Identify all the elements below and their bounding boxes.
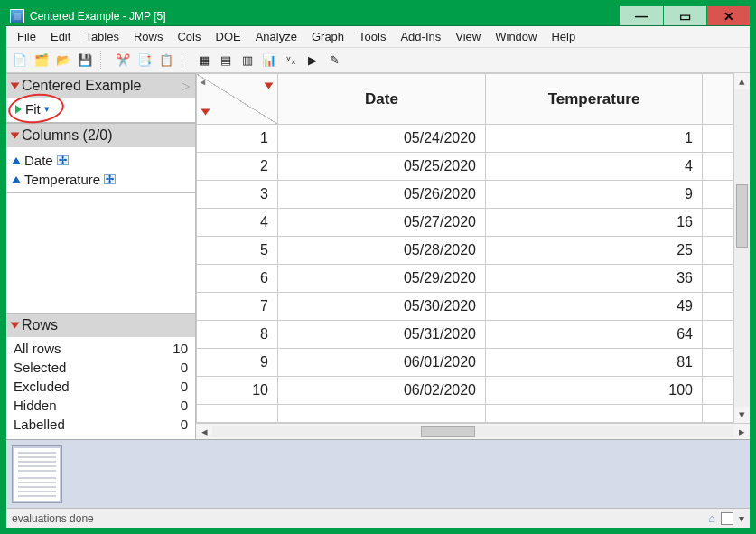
cell-temperature[interactable]: 36 bbox=[486, 265, 703, 293]
scroll-down-icon[interactable]: ▾ bbox=[734, 407, 750, 423]
tool-open-icon[interactable]: 📂 bbox=[53, 51, 73, 70]
tool-summary-icon[interactable]: ▤ bbox=[216, 51, 236, 70]
hotspot-icon[interactable] bbox=[11, 83, 20, 89]
menu-tools[interactable]: Tools bbox=[353, 28, 391, 45]
report-thumbnail[interactable] bbox=[12, 445, 62, 503]
menu-analyze[interactable]: Analyze bbox=[250, 28, 303, 45]
cell-date[interactable]: 05/31/2020 bbox=[278, 321, 486, 349]
cell-temperature[interactable]: 25 bbox=[486, 237, 703, 265]
cell-temperature[interactable]: 4 bbox=[486, 153, 703, 181]
cell-date[interactable]: 05/28/2020 bbox=[278, 237, 486, 265]
row-number[interactable]: 6 bbox=[197, 265, 278, 293]
cell-temperature[interactable]: 49 bbox=[486, 293, 703, 321]
menu-edit[interactable]: Edit bbox=[45, 28, 76, 45]
cell-temperature[interactable]: 16 bbox=[486, 209, 703, 237]
menu-addins[interactable]: Add-Ins bbox=[395, 28, 446, 45]
cell-temperature[interactable]: 64 bbox=[486, 321, 703, 349]
row-number[interactable]: 3 bbox=[197, 181, 278, 209]
table-row[interactable]: 605/29/202036 bbox=[197, 265, 733, 293]
menu-file[interactable]: File bbox=[12, 28, 42, 45]
maximize-button[interactable]: ▭ bbox=[663, 6, 706, 25]
data-grid[interactable]: ◂ Date Temperature 105/24/2020120 bbox=[196, 73, 733, 423]
cell-date[interactable]: 06/02/2020 bbox=[278, 377, 486, 405]
row-number[interactable]: 7 bbox=[197, 293, 278, 321]
table-row[interactable]: 705/30/202049 bbox=[197, 293, 733, 321]
run-script-icon[interactable] bbox=[15, 105, 22, 114]
status-toggle-button[interactable] bbox=[721, 512, 733, 525]
tool-grid-icon[interactable]: ▥ bbox=[238, 51, 257, 70]
table-row[interactable]: 105/24/20201 bbox=[197, 125, 733, 153]
tool-new-project-icon[interactable]: 🗂️ bbox=[32, 51, 51, 70]
table-script-row[interactable]: Fit ▾ bbox=[6, 98, 195, 122]
columns-header[interactable]: Columns (2/0) bbox=[6, 124, 195, 147]
menu-rows[interactable]: Rows bbox=[128, 28, 169, 45]
corner-rows-hotspot-icon[interactable] bbox=[202, 103, 209, 121]
table-row[interactable]: 305/26/20209 bbox=[197, 181, 733, 209]
title-bar[interactable]: Centered Example - JMP [5] — ▭ ✕ bbox=[6, 6, 750, 25]
menu-help[interactable]: Help bbox=[546, 28, 581, 45]
rows-selected[interactable]: Selected0 bbox=[12, 358, 190, 377]
table-row[interactable]: 906/01/202081 bbox=[197, 349, 733, 377]
cell-temperature[interactable]: 1 bbox=[486, 125, 703, 153]
corner-cols-icon[interactable]: ◂ bbox=[201, 77, 205, 87]
scroll-thumb[interactable] bbox=[736, 184, 748, 248]
tool-edit-icon[interactable]: ✎ bbox=[324, 51, 344, 70]
table-row[interactable]: 805/31/202064 bbox=[197, 321, 733, 349]
corner-hotspot-icon[interactable] bbox=[266, 77, 272, 95]
scroll-left-icon[interactable]: ◂ bbox=[196, 425, 212, 438]
table-row[interactable]: 1006/02/2020100 bbox=[197, 377, 733, 405]
column-property-icon[interactable]: ✢ bbox=[57, 155, 69, 165]
table-row[interactable]: 205/25/20204 bbox=[197, 153, 733, 181]
row-number[interactable]: 9 bbox=[197, 349, 278, 377]
minimize-button[interactable]: — bbox=[620, 6, 663, 25]
hotspot-icon[interactable] bbox=[11, 323, 20, 329]
column-item[interactable]: Temperature ✢ bbox=[12, 170, 190, 189]
row-number[interactable]: 1 bbox=[197, 125, 278, 153]
menu-doe[interactable]: DOE bbox=[210, 28, 246, 45]
home-icon[interactable]: ⌂ bbox=[708, 511, 715, 525]
tool-fit-yx-icon[interactable]: ʸₓ bbox=[281, 51, 301, 70]
col-header-temperature[interactable]: Temperature bbox=[486, 74, 703, 125]
cell-date[interactable]: 05/29/2020 bbox=[278, 265, 486, 293]
vertical-scrollbar[interactable]: ▴ ▾ bbox=[733, 73, 750, 423]
row-number[interactable]: 5 bbox=[197, 237, 278, 265]
column-item[interactable]: Date ✢ bbox=[12, 151, 190, 170]
tool-graph-builder-icon[interactable]: ▶ bbox=[303, 51, 322, 70]
cell-temperature[interactable]: 81 bbox=[486, 349, 703, 377]
row-number[interactable]: 2 bbox=[197, 153, 278, 181]
cell-date[interactable]: 05/27/2020 bbox=[278, 209, 486, 237]
status-menu-icon[interactable]: ▾ bbox=[739, 512, 744, 525]
cell-date[interactable]: 05/30/2020 bbox=[278, 293, 486, 321]
rows-labelled[interactable]: Labelled0 bbox=[12, 415, 190, 434]
row-number[interactable]: 10 bbox=[197, 377, 278, 405]
cell-temperature[interactable]: 100 bbox=[486, 377, 703, 405]
scroll-thumb[interactable] bbox=[421, 426, 475, 437]
cell-temperature[interactable]: 9 bbox=[486, 181, 703, 209]
menu-view[interactable]: View bbox=[450, 28, 486, 45]
menu-window[interactable]: Window bbox=[490, 28, 542, 45]
rows-header[interactable]: Rows bbox=[6, 314, 195, 337]
scroll-track[interactable] bbox=[734, 89, 750, 407]
panel-expand-icon[interactable]: ▷ bbox=[182, 80, 190, 92]
close-button[interactable]: ✕ bbox=[706, 6, 750, 25]
grid-corner[interactable]: ◂ bbox=[197, 74, 278, 125]
tool-save-icon[interactable]: 💾 bbox=[75, 51, 95, 70]
cell-date[interactable]: 05/24/2020 bbox=[278, 125, 486, 153]
cell-date[interactable]: 05/26/2020 bbox=[278, 181, 486, 209]
tool-new-icon[interactable]: 📄 bbox=[10, 51, 30, 70]
script-menu-icon[interactable]: ▾ bbox=[44, 103, 50, 115]
rows-excluded[interactable]: Excluded0 bbox=[12, 377, 190, 396]
table-row[interactable]: 405/27/202016 bbox=[197, 209, 733, 237]
tool-copy-icon[interactable]: 📑 bbox=[135, 51, 154, 70]
col-header-date[interactable]: Date bbox=[278, 74, 486, 125]
table-row[interactable]: 505/28/202025 bbox=[197, 237, 733, 265]
menu-cols[interactable]: Cols bbox=[172, 28, 206, 45]
tool-paste-icon[interactable]: 📋 bbox=[156, 51, 176, 70]
tool-table-icon[interactable]: ▦ bbox=[194, 51, 214, 70]
rows-hidden[interactable]: Hidden0 bbox=[12, 396, 190, 415]
rows-all[interactable]: All rows10 bbox=[12, 339, 190, 358]
row-number[interactable]: 4 bbox=[197, 209, 278, 237]
scroll-up-icon[interactable]: ▴ bbox=[734, 73, 750, 89]
hotspot-icon[interactable] bbox=[11, 133, 20, 139]
cell-date[interactable]: 06/01/2020 bbox=[278, 349, 486, 377]
